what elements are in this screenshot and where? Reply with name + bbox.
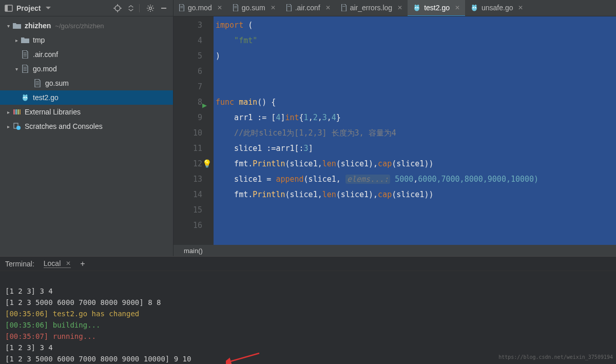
tab-unsafe-go[interactable]: unsafe.go✕: [465, 0, 529, 16]
close-icon[interactable]: ✕: [66, 260, 71, 267]
svg-line-15: [152, 6, 153, 7]
gopher-icon: [470, 4, 478, 12]
svg-point-47: [417, 7, 419, 8]
tree-folder-tmp[interactable]: ▸ tmp: [0, 33, 173, 47]
tree-file-airconf[interactable]: .air.conf: [0, 47, 173, 62]
tree-root-path: ~/go/src/zhizhen: [55, 22, 104, 30]
sidebar-toolbar: Project: [0, 0, 173, 16]
tab-air-conf[interactable]: .air.conf✕: [281, 0, 336, 16]
svg-point-27: [23, 94, 25, 97]
svg-point-30: [26, 97, 27, 99]
svg-line-12: [148, 6, 149, 7]
svg-point-45: [417, 5, 419, 7]
svg-point-50: [474, 5, 476, 7]
tree-root-label: zhizhen: [25, 22, 51, 30]
close-icon[interactable]: ✕: [455, 4, 460, 11]
svg-point-29: [24, 97, 25, 99]
close-icon[interactable]: ✕: [518, 4, 523, 11]
editor-tabs: go.mod✕ go.sum✕ .air.conf✕ air_errors.lo…: [174, 0, 616, 16]
svg-point-7: [149, 7, 152, 9]
code-content[interactable]: import ( "fmt") func main() { arr1 := [4…: [214, 16, 616, 245]
locate-icon[interactable]: [112, 3, 123, 13]
svg-line-53: [228, 353, 259, 362]
svg-line-14: [148, 10, 149, 11]
chevron-right-icon[interactable]: ▸: [4, 109, 12, 115]
terminal-panel: Terminal: Local✕ + [1 2 3] 3 4 [1 2 3 50…: [0, 256, 616, 364]
file-icon: [233, 4, 239, 11]
close-icon[interactable]: ✕: [325, 4, 331, 11]
svg-point-46: [415, 7, 417, 8]
svg-rect-1: [5, 5, 8, 11]
code-editor[interactable]: 3 4 5 6 7 8▶ 9 10 11 12💡 13 14 15 16 imp…: [174, 16, 616, 245]
tree-file-test2[interactable]: test2.go: [0, 90, 173, 105]
minimize-icon[interactable]: [159, 3, 169, 13]
terminal-output[interactable]: [1 2 3] 3 4 [1 2 3 5000 6000 7000 8000 9…: [0, 271, 616, 364]
svg-point-2: [115, 6, 120, 11]
chevron-down-icon[interactable]: [46, 7, 51, 10]
editor-area: go.mod✕ go.sum✕ .air.conf✕ air_errors.lo…: [174, 0, 616, 256]
svg-point-52: [475, 7, 476, 8]
svg-point-36: [16, 126, 21, 130]
close-icon[interactable]: ✕: [271, 4, 276, 11]
file-icon: [341, 4, 347, 11]
project-panel-icon: [4, 4, 13, 13]
close-icon[interactable]: ✕: [217, 4, 222, 11]
run-icon[interactable]: ▶: [202, 98, 207, 113]
project-tree: ▾ zhizhen ~/go/src/zhizhen ▸ tmp .air.co…: [0, 16, 173, 256]
file-icon: [286, 4, 292, 11]
svg-point-49: [472, 5, 474, 7]
project-label[interactable]: Project: [16, 4, 41, 12]
tab-test2-go[interactable]: test2.go✕: [408, 0, 465, 16]
annotation-arrow-icon: [226, 351, 262, 364]
add-terminal-icon[interactable]: +: [80, 259, 85, 269]
chevron-right-icon[interactable]: ▸: [12, 37, 21, 43]
gopher-icon: [413, 4, 421, 12]
tree-external-libraries[interactable]: ▸ External Libraries: [0, 105, 173, 119]
chevron-right-icon[interactable]: ▸: [4, 124, 12, 129]
svg-rect-34: [20, 109, 21, 114]
settings-icon[interactable]: [145, 3, 156, 13]
terminal-tab-local[interactable]: Local✕: [44, 259, 71, 268]
svg-rect-32: [15, 109, 17, 114]
gutter: 3 4 5 6 7 8▶ 9 10 11 12💡 13 14 15 16: [174, 16, 214, 245]
tree-root[interactable]: ▾ zhizhen ~/go/src/zhizhen: [0, 18, 173, 33]
file-icon: [179, 4, 185, 11]
tab-air-errors-log[interactable]: air_errors.log✕: [336, 0, 408, 16]
svg-line-13: [152, 10, 153, 11]
svg-point-28: [26, 94, 28, 97]
tab-go-mod[interactable]: go.mod✕: [174, 0, 227, 16]
svg-rect-33: [17, 109, 19, 114]
tab-go-sum[interactable]: go.sum✕: [227, 0, 281, 16]
breadcrumb[interactable]: main(): [174, 245, 616, 256]
lightbulb-icon[interactable]: 💡: [202, 156, 212, 171]
terminal-title: Terminal:: [5, 260, 34, 268]
svg-point-51: [473, 7, 474, 8]
watermark: https://blog.csdn.net/weixin_37509194: [498, 352, 613, 363]
chevron-down-icon[interactable]: ▾: [4, 23, 12, 29]
svg-point-44: [415, 5, 417, 7]
collapse-icon[interactable]: [126, 3, 136, 13]
svg-rect-31: [13, 109, 15, 114]
project-sidebar: Project ▾ zhizhen ~/go/src/zhizhen ▸ tmp: [0, 0, 174, 256]
tree-scratches[interactable]: ▸ Scratches and Consoles: [0, 119, 173, 133]
chevron-down-icon[interactable]: ▾: [12, 66, 21, 72]
tree-file-gomod[interactable]: ▾ go.mod: [0, 62, 173, 76]
tree-file-gosum[interactable]: go.sum: [0, 76, 173, 90]
close-icon[interactable]: ✕: [397, 4, 402, 11]
